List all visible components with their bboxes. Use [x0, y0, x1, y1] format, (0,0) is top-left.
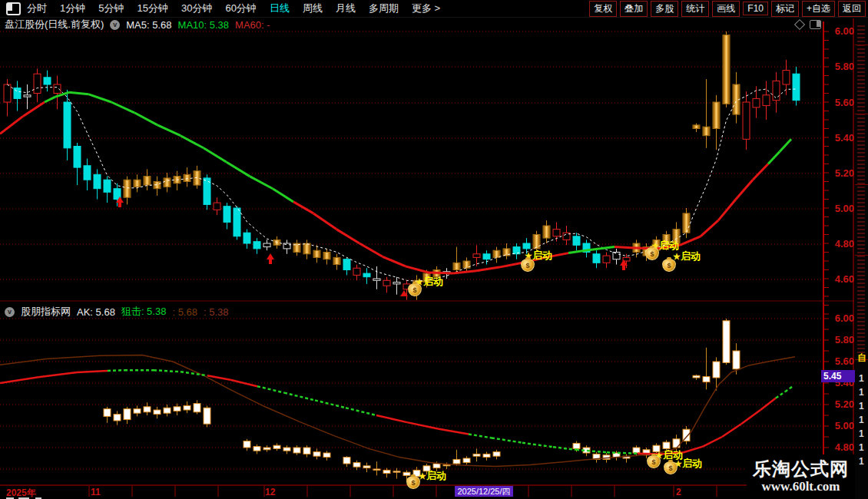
sniper-value: 狙击: 5.38 [121, 305, 167, 319]
toolbar-buttons: 复权叠加多股统计画线F10标记+自选返回 [589, 1, 868, 17]
window-split-icon[interactable] [6, 2, 21, 15]
toolbar-button-+自选[interactable]: +自选 [802, 1, 835, 17]
sidebar-divider [855, 114, 868, 114]
sidebar-divider [855, 184, 868, 185]
ma10-value: MA10: 5.38 [178, 19, 230, 31]
dim-value-1: : 5.68 [172, 306, 197, 318]
time-tick-label: 12 [265, 487, 275, 497]
sidebar-list-mark[interactable]: 1 [859, 401, 864, 411]
qidong-text: 启动 [532, 250, 552, 261]
toolbar-button-叠加[interactable]: 叠加 [620, 1, 648, 17]
diamond-icon[interactable] [794, 19, 805, 30]
price-tick-label: 5.20 [827, 398, 854, 410]
sidebar-list-mark[interactable]: 1 [859, 387, 864, 398]
sidebar-glyphs [857, 23, 865, 353]
qidong-text: 启动 [681, 250, 701, 262]
sidebar-list-mark[interactable]: 1 [859, 415, 864, 425]
indicator-title: 股朋指标网 [21, 305, 71, 319]
chart-corner-icons [796, 20, 821, 29]
time-tick-label: 2 [676, 487, 681, 497]
qidong-signal-label: ★启动 [673, 249, 701, 263]
menu-item-1分钟[interactable]: 1分钟 [60, 2, 85, 15]
chevron-down-icon[interactable]: v [5, 307, 15, 317]
ma5-value: MA5: 5.68 [126, 19, 171, 31]
menu-item-多周期[interactable]: 多周期 [369, 2, 399, 15]
toolbar-button-多股[interactable]: 多股 [651, 1, 678, 17]
price-tick-label: 5.00 [827, 203, 854, 214]
sidebar-divider [855, 45, 868, 45]
price-tick-label: 5.80 [827, 334, 854, 345]
toolbar-button-复权[interactable]: 复权 [589, 1, 617, 17]
qidong-signal-label: ★启动 [674, 456, 702, 471]
sidebar-list-mark[interactable]: 1 [859, 456, 864, 467]
menu-item-15分钟[interactable]: 15分钟 [137, 2, 167, 15]
menu-item-分时[interactable]: 分时 [27, 2, 47, 15]
panel-layout-icon[interactable] [810, 20, 821, 29]
menu-item-5分钟[interactable]: 5分钟 [98, 2, 124, 15]
menu-item-日线[interactable]: 日线 [270, 2, 290, 15]
main-chart-header: 盘江股份(日线.前复权) v MA5: 5.68 MA10: 5.38 MA60… [5, 18, 270, 31]
sidebar-list-mark[interactable]: 1 [859, 442, 864, 453]
toolbar-button-标记[interactable]: 标记 [771, 1, 799, 17]
selected-date-tag: 2025/12/25/四 [455, 486, 513, 497]
time-tick-label: 11 [91, 487, 101, 497]
toolbar-button-统计[interactable]: 统计 [681, 1, 709, 17]
menu-bar: 分时1分钟5分钟15分钟30分钟60分钟日线周线月线多周期更多 > 复权叠加多股… [0, 0, 868, 18]
right-sidebar[interactable]: 自1111111 [855, 18, 868, 499]
price-tick-label: 6.00 [827, 312, 854, 324]
current-price-tag: 5.45 [821, 370, 858, 382]
ak-value: AK: 5.68 [77, 306, 115, 318]
stock-title: 盘江股份(日线.前复权) [5, 18, 104, 31]
ma60-value: MA60: - [235, 19, 270, 31]
menu-item-30分钟[interactable]: 30分钟 [181, 2, 212, 15]
price-tick-label: 5.80 [827, 61, 854, 72]
price-tick-label: 4.80 [827, 441, 854, 453]
watermark-url: www.60lt.com [762, 479, 840, 494]
menu-item-月线[interactable]: 月线 [336, 2, 356, 15]
price-tick-label: 5.60 [827, 355, 854, 367]
period-tabs: 分时1分钟5分钟15分钟30分钟60分钟日线周线月线多周期更多 > [27, 2, 440, 15]
price-tick-label: 6.00 [827, 25, 854, 37]
menu-item-更多 >[interactable]: 更多 > [412, 2, 440, 15]
price-tick-label: 5.60 [827, 97, 854, 108]
qidong-text: 启动 [423, 276, 443, 287]
candlestick-chart[interactable] [0, 0, 868, 499]
menu-item-60分钟[interactable]: 60分钟 [225, 2, 256, 15]
qidong-text: 启动 [682, 458, 702, 469]
toolbar-button-返回[interactable]: 返回 [838, 1, 866, 17]
sub-chart-header: v 股朋指标网 AK: 5.68 狙击: 5.38 : 5.68 : 5.38 [5, 306, 228, 318]
qidong-text: 启动 [426, 470, 446, 481]
app-window: 分时1分钟5分钟15分钟30分钟60分钟日线周线月线多周期更多 > 复权叠加多股… [0, 0, 868, 499]
price-tick-label: 5.00 [827, 420, 854, 431]
watermark-site-name: 乐淘公式网 [753, 459, 849, 479]
sidebar-divider [855, 255, 868, 256]
dim-value-2: : 5.38 [204, 306, 229, 318]
toolbar-button-F10[interactable]: F10 [743, 2, 768, 15]
qidong-signal-label: ★启动 [419, 468, 446, 483]
price-tick-label: 5.20 [827, 167, 854, 179]
price-tick-label: 5.40 [827, 132, 854, 144]
toolbar-button-画线[interactable]: 画线 [712, 1, 740, 17]
sidebar-tab-label[interactable]: 自 [857, 352, 866, 365]
price-tick-label: 4.60 [827, 273, 854, 285]
sidebar-list-mark[interactable]: 1 [859, 428, 864, 439]
chevron-down-icon[interactable]: v [110, 20, 120, 30]
sidebar-list-mark[interactable]: 1 [859, 373, 864, 384]
watermark: 乐淘公式网 www.60lt.com [747, 454, 855, 499]
menu-item-周线[interactable]: 周线 [303, 2, 323, 15]
price-tick-label: 4.80 [827, 238, 854, 250]
